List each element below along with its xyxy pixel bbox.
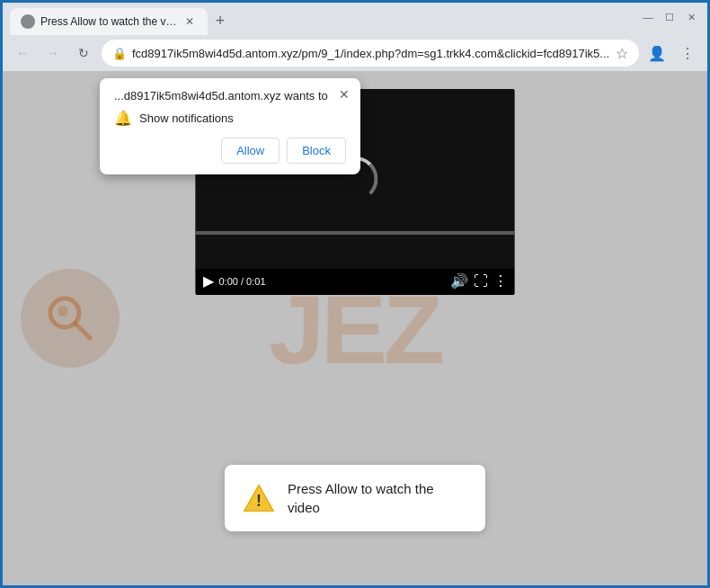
svg-line-1 xyxy=(75,324,90,338)
forward-button[interactable]: → xyxy=(40,40,66,66)
title-bar: Press Allow to watch the video ✕ + — ☐ ✕ xyxy=(3,3,707,35)
svg-text:!: ! xyxy=(256,492,262,510)
bell-icon: 🔔 xyxy=(114,110,132,127)
browser-window: Press Allow to watch the video ✕ + — ☐ ✕… xyxy=(3,3,707,585)
volume-button[interactable]: 🔊 xyxy=(450,272,468,290)
play-button[interactable]: ▶ xyxy=(203,272,214,290)
video-time: 0:00 / 0:01 xyxy=(219,276,445,287)
new-tab-button[interactable]: + xyxy=(208,8,233,33)
maximize-button[interactable]: ☐ xyxy=(661,8,679,26)
notification-toast: ! Press Allow to watch the video xyxy=(225,465,485,531)
tab-close-button[interactable]: ✕ xyxy=(182,14,197,29)
active-tab[interactable]: Press Allow to watch the video ✕ xyxy=(10,8,208,35)
profile-button[interactable]: 👤 xyxy=(644,40,670,66)
popup-close-button[interactable]: ✕ xyxy=(335,85,353,103)
window-controls: — ☐ ✕ xyxy=(639,8,700,30)
popup-title: ...d8917ik5m8wi4d5d.antom.xyz wants to xyxy=(114,89,346,102)
bookmark-icon[interactable]: ☆ xyxy=(616,45,628,62)
tab-favicon xyxy=(21,14,35,29)
warning-icon: ! xyxy=(243,482,275,514)
profile-icon: 👤 xyxy=(648,45,666,62)
fullscreen-button[interactable]: ⛶ xyxy=(474,273,488,290)
menu-button[interactable]: ⋮ xyxy=(675,40,700,66)
toast-message: Press Allow to watch the video xyxy=(288,479,467,517)
allow-button[interactable]: Allow xyxy=(221,138,280,164)
video-controls: ▶ 0:00 / 0:01 🔊 ⛶ ⋮ xyxy=(196,269,515,295)
close-window-button[interactable]: ✕ xyxy=(682,8,700,26)
page-content: JEZ ✕ ...d8917ik5m8wi4d5d.antom.xyz want… xyxy=(3,71,707,585)
popup-actions: Allow Block xyxy=(114,138,346,164)
svg-point-2 xyxy=(58,306,68,316)
notification-permission-popup: ✕ ...d8917ik5m8wi4d5d.antom.xyz wants to… xyxy=(100,78,360,174)
back-button[interactable]: ← xyxy=(10,40,35,66)
popup-permission-item: 🔔 Show notifications xyxy=(114,110,346,127)
block-button[interactable]: Block xyxy=(287,138,346,164)
magnifier-icon xyxy=(43,291,97,345)
decorative-circle xyxy=(21,269,120,368)
progress-bar-container xyxy=(196,231,515,235)
minimize-button[interactable]: — xyxy=(639,8,657,26)
popup-item-label: Show notifications xyxy=(139,111,234,125)
lock-icon: 🔒 xyxy=(112,47,127,60)
menu-icon: ⋮ xyxy=(680,45,695,62)
more-options-button[interactable]: ⋮ xyxy=(493,272,508,290)
url-bar[interactable]: 🔒 fcd8917ik5m8wi4d5d.antom.xyz/pm/9_1/in… xyxy=(102,40,639,67)
tab-title: Press Allow to watch the video xyxy=(40,15,177,28)
address-bar: ← → ↻ 🔒 fcd8917ik5m8wi4d5d.antom.xyz/pm/… xyxy=(3,35,707,71)
tab-bar: Press Allow to watch the video ✕ + xyxy=(10,3,635,35)
url-text: fcd8917ik5m8wi4d5d.antom.xyz/pm/9_1/inde… xyxy=(132,47,610,60)
refresh-button[interactable]: ↻ xyxy=(71,40,96,66)
